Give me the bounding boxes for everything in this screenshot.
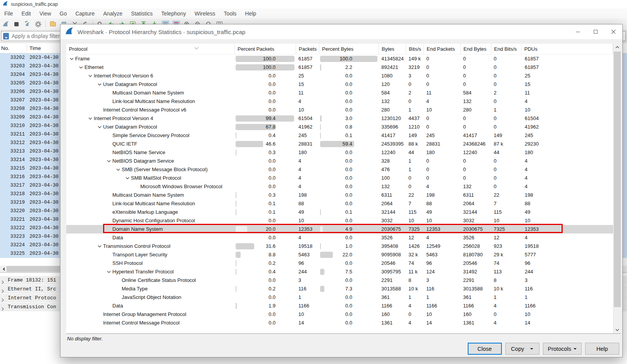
chevron-right-icon[interactable] — [2, 288, 4, 294]
cell-bytes: 41417 — [379, 131, 406, 140]
copy-button[interactable]: Copy — [505, 343, 539, 355]
protocol-row-ssh-protocol[interactable]: SSH Protocol0.2960.0205467496205467496 — [66, 259, 613, 268]
menu-capture[interactable]: Capture — [71, 9, 99, 18]
menu-telephony[interactable]: Telephony — [157, 9, 190, 18]
protocol-row-internet-group-management-protocol[interactable]: Internet Group Management Protocol0.0100… — [66, 310, 613, 319]
protocol-row-multicast-domain-name-system[interactable]: Multicast Domain Name System0.31980.0631… — [66, 191, 613, 199]
capture-options-icon[interactable] — [34, 21, 42, 28]
chevron-down-icon[interactable] — [96, 245, 103, 247]
menu-wireless[interactable]: Wireless — [190, 9, 220, 18]
chevron-down-icon[interactable] — [124, 177, 131, 179]
protocol-row-extensible-markup-language[interactable]: eXtensible Markup Language0.1490.1321441… — [66, 208, 613, 216]
column-header-pdus[interactable]: PDUs — [522, 44, 613, 55]
help-button[interactable]: Help — [585, 343, 619, 355]
protocol-row-domain-name-system[interactable]: Domain Name System20.0123534.92030675732… — [66, 225, 613, 234]
protocol-row-microsoft-windows-browser-protocol[interactable]: Microsoft Windows Browser Protocol0.040.… — [66, 182, 613, 191]
menu-view[interactable]: View — [35, 9, 55, 18]
cell-bytes: 1361 — [379, 319, 406, 327]
chevron-down-icon[interactable] — [86, 117, 94, 120]
scroll-left-arrow-icon[interactable] — [0, 266, 7, 272]
chevron-down-icon[interactable] — [105, 160, 112, 162]
protocol-row-multicast-domain-name-system[interactable]: Multicast Domain Name System0.0110.05842… — [66, 89, 613, 97]
chevron-right-icon[interactable] — [2, 297, 4, 302]
protocol-row-user-datagram-protocol[interactable]: User Datagram Protocol0.0150.0120000015 — [66, 80, 613, 89]
scroll-down-arrow-icon[interactable] — [613, 326, 621, 333]
cell-end-bytes: 160 — [461, 310, 491, 319]
protocol-row-netbios-name-service[interactable]: NetBIOS Name Service0.31800.012240441801… — [66, 148, 613, 157]
close-button[interactable]: Close — [468, 343, 502, 355]
column-header-protocol[interactable]: Protocol — [66, 44, 235, 55]
protocol-row-netbios-datagram-service[interactable]: NetBIOS Datagram Service0.040.032810004 — [66, 157, 613, 165]
menu-go[interactable]: Go — [55, 9, 71, 18]
menu-edit[interactable]: Edit — [17, 9, 35, 18]
vertical-scrollbar[interactable] — [613, 44, 621, 333]
dropdown-arrow-icon[interactable] — [530, 348, 533, 351]
protocol-row-internet-control-message-protocol-v6[interactable]: Internet Control Message Protocol v60.01… — [66, 106, 613, 114]
protocol-row-frame[interactable]: Frame100.061857100.041345824149 k0006185… — [66, 55, 613, 63]
protocol-row-smb-server-message-block-protocol-[interactable]: SMB (Server Message Block Protocol)0.040… — [66, 165, 613, 174]
column-header-end-packets[interactable]: End Packets — [424, 44, 461, 55]
protocol-row-online-certificate-status-protocol[interactable]: Online Certificate Status Protocol0.030.… — [66, 276, 613, 285]
maximize-button[interactable] — [587, 24, 605, 39]
protocol-row-hypertext-transfer-protocol[interactable]: Hypertext Transfer Protocol0.42447.53095… — [66, 268, 613, 276]
chevron-down-icon[interactable] — [114, 168, 122, 171]
chevron-right-icon[interactable] — [2, 306, 4, 311]
filter-bookmark-icon[interactable] — [3, 33, 9, 39]
menu-analyze[interactable]: Analyze — [99, 9, 127, 18]
protocol-row-internet-control-message-protocol[interactable]: Internet Control Message Protocol0.0140.… — [66, 319, 613, 327]
restart-capture-icon[interactable] — [24, 21, 31, 28]
protocol-row-data[interactable]: Data1.911660.0116641166116641166 — [66, 302, 613, 310]
protocols-button[interactable]: Protocols — [543, 343, 582, 355]
protocol-row-dynamic-host-configuration-protocol[interactable]: Dynamic Host Configuration Protocol0.010… — [66, 216, 613, 225]
column-header-bits-s[interactable]: Bits/s — [406, 44, 424, 55]
chevron-down-icon[interactable] — [105, 271, 112, 273]
chevron-down-icon[interactable] — [96, 83, 103, 86]
minimize-button[interactable] — [569, 24, 587, 39]
start-capture-icon[interactable] — [2, 21, 9, 28]
scroll-up-arrow-icon[interactable] — [613, 44, 621, 51]
chevron-down-icon[interactable] — [68, 58, 75, 60]
protocol-row-internet-protocol-version-4[interactable]: Internet Protocol Version 499.4615043.01… — [66, 114, 613, 123]
vertical-scroll-thumb[interactable] — [614, 52, 621, 307]
protocol-row-transmission-control-protocol[interactable]: Transmission Control Protocol31.6195181.… — [66, 242, 613, 251]
menu-file[interactable]: File — [0, 9, 17, 18]
protocol-row-ethernet[interactable]: Ethernet100.0618572.2892421321900061857 — [66, 63, 613, 72]
stop-capture-icon[interactable] — [13, 21, 20, 28]
cell-pdus: 61504 — [522, 114, 613, 123]
column-time[interactable]: Time — [29, 43, 41, 53]
column-header-end-bytes[interactable]: End Bytes — [461, 44, 491, 55]
protocol-row-link-local-multicast-name-resolution[interactable]: Link-local Multicast Name Resolution0.04… — [66, 97, 613, 106]
menu-statistics[interactable]: Statistics — [127, 9, 157, 18]
protocol-row-quic-ietf[interactable]: QUIC IETF46.62883159.42453939588 k288312… — [66, 140, 613, 148]
protocol-row-internet-protocol-version-6[interactable]: Internet Protocol Version 60.0250.010803… — [66, 72, 613, 80]
dropdown-arrow-icon[interactable] — [574, 348, 577, 351]
column-no[interactable]: No. — [1, 43, 9, 53]
horizontal-scroll-thumb[interactable] — [7, 266, 60, 272]
close-icon[interactable] — [605, 24, 622, 39]
dialog-title-bar[interactable]: Wireshark · Protocol Hierarchy Statistic… — [60, 24, 622, 39]
protocol-row-transport-layer-security[interactable]: Transport Layer Security8.8546322.090959… — [66, 251, 613, 259]
column-header-end-bits-s[interactable]: End Bits/s — [491, 44, 522, 55]
protocol-row-media-type[interactable]: Media Type0.21167.3301358810 k1163013588… — [66, 285, 613, 293]
dialog-window-buttons — [569, 24, 622, 39]
chevron-right-icon[interactable] — [2, 279, 4, 285]
column-header-bytes[interactable]: Bytes — [379, 44, 406, 55]
chevron-down-icon[interactable] — [96, 126, 103, 128]
open-file-icon[interactable] — [49, 21, 57, 28]
column-header-percent-packets[interactable]: Percent Packets — [235, 44, 296, 55]
chevron-down-icon[interactable] — [86, 75, 94, 77]
protocol-row-link-local-multicast-name-resolution[interactable]: Link-local Multicast Name Resolution0.18… — [66, 199, 613, 208]
menu-tools[interactable]: Tools — [220, 9, 241, 18]
protocol-row-user-datagram-protocol[interactable]: User Datagram Protocol67.8419620.8335696… — [66, 123, 613, 131]
protocol-row-javascript-object-notation[interactable]: JavaScript Object Notation0.010.03611136… — [66, 293, 613, 302]
protocol-row-smb-mailslot-protocol[interactable]: SMB MailSlot Protocol0.040.010000004 — [66, 174, 613, 182]
protocol-row-data[interactable]: Data0.040.035261243526124 — [66, 234, 613, 242]
menu-help[interactable]: Help — [241, 9, 260, 18]
column-header-percent-bytes[interactable]: Percent Bytes — [319, 44, 379, 55]
cell-end-packets: 180 — [424, 148, 461, 157]
protocol-row-simple-service-discovery-protocol[interactable]: Simple Service Discovery Protocol0.42450… — [66, 131, 613, 140]
protocol-table-header[interactable]: ProtocolPercent PacketsPacketsPercent By… — [66, 44, 621, 55]
chevron-down-icon[interactable] — [77, 66, 84, 69]
column-header-packets[interactable]: Packets — [296, 44, 319, 55]
column-separator[interactable] — [27, 45, 27, 52]
